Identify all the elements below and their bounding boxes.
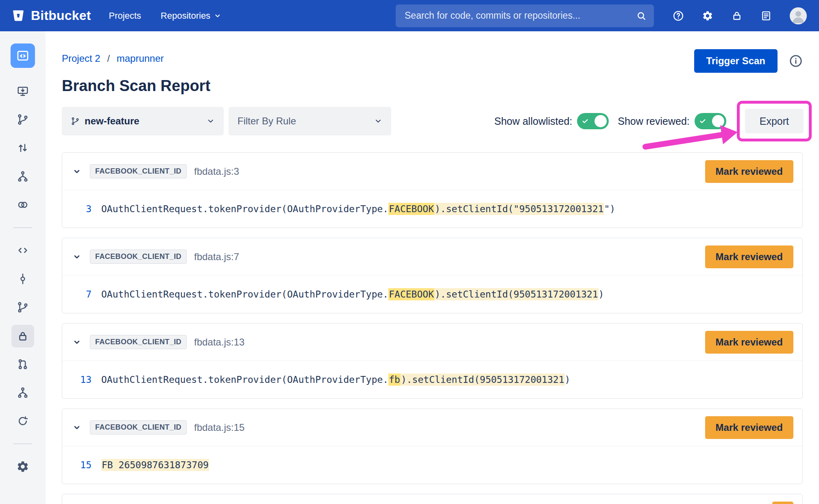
bitbucket-logo[interactable]: Bitbucket — [11, 8, 91, 24]
mark-reviewed-button[interactable]: Mark reviewed — [705, 416, 793, 439]
main-content: Project 2 / maprunner Trigger Scan Branc… — [46, 31, 819, 504]
code-line: FB 2650987631873709 — [101, 460, 209, 470]
mark-reviewed-button[interactable]: Mark reviewed — [705, 331, 793, 354]
fork-icon — [17, 170, 29, 182]
mark-reviewed-button[interactable]: Mark reviewed — [705, 160, 793, 183]
branch-icon — [17, 113, 29, 126]
source-code-icon — [17, 244, 29, 256]
search-input[interactable] — [405, 10, 636, 21]
sidebar-item-syncs[interactable] — [12, 410, 34, 432]
finding-header: FACEBOOK_CLIENT_ID fbdata.js:15 Mark rev… — [62, 409, 802, 446]
avatar-person-icon — [790, 7, 807, 24]
lock-icon[interactable] — [731, 10, 743, 22]
collapse-chevron-icon[interactable] — [73, 338, 87, 346]
branch-icon — [71, 117, 80, 126]
sidebar-item-branch-list[interactable] — [12, 296, 34, 318]
sidebar-item-pipelines[interactable] — [12, 194, 34, 216]
commit-icon — [17, 273, 29, 285]
show-reviewed-toggle[interactable] — [695, 113, 726, 129]
mark-reviewed-button[interactable] — [772, 502, 793, 504]
rule-badge: FACEBOOK_CLIENT_ID — [90, 250, 187, 264]
show-reviewed-label: Show reviewed: — [618, 115, 689, 127]
repository-icon — [16, 49, 30, 63]
pull-request-icon — [17, 358, 29, 370]
breadcrumb-separator: / — [103, 53, 114, 64]
branch-selector-dropdown[interactable]: new-feature — [62, 107, 224, 135]
chevron-down-icon — [374, 117, 382, 125]
filter-row: new-feature Filter By Rule Show allowlis… — [62, 107, 803, 135]
finding-card: FACEBOOK_CLIENT_ID fbdata.js:13 Mark rev… — [62, 323, 803, 399]
nav-repositories[interactable]: Repositories — [161, 11, 221, 21]
branch-icon — [17, 301, 29, 313]
collapse-chevron-icon[interactable] — [73, 424, 87, 432]
changelog-icon[interactable] — [760, 10, 772, 22]
export-highlight-annotation: Export — [737, 101, 812, 141]
check-icon — [699, 117, 706, 125]
sidebar-item-source[interactable] — [12, 239, 34, 261]
mark-reviewed-button[interactable]: Mark reviewed — [705, 245, 793, 268]
finding-location: fbdata.js:3 — [194, 166, 239, 177]
breadcrumb-project-link[interactable]: Project 2 — [62, 53, 100, 64]
sidebar-item-commits[interactable] — [12, 268, 34, 290]
findings-list: FACEBOOK_CLIENT_ID fbdata.js:3 Mark revi… — [62, 152, 803, 504]
sidebar-item-settings[interactable] — [12, 456, 34, 478]
sidebar-item-repository[interactable] — [11, 43, 35, 68]
top-nav-bar: Bitbucket Projects Repositories — [0, 0, 819, 31]
nav-projects-label: Projects — [109, 11, 141, 21]
code-line: OAuthClientRequest.tokenProvider(OAuthPr… — [101, 204, 615, 214]
rule-badge: FACEBOOK_CLIENT_ID — [90, 164, 187, 178]
collapse-chevron-icon[interactable] — [73, 253, 87, 261]
finding-card: FACEBOOK_CLIENT_ID fbdata.js:15 Mark rev… — [62, 408, 803, 484]
sidebar-item-clone[interactable] — [12, 80, 34, 102]
finding-code-row: 13 OAuthClientRequest.tokenProvider(OAut… — [62, 361, 802, 398]
toggle-group: Show allowlisted: Show reviewed: — [494, 113, 726, 129]
rule-filter-value: Filter By Rule — [237, 115, 296, 127]
finding-location: fbdata.js:7 — [194, 251, 239, 263]
finding-header: FACEBOOK_CLIENT_ID fbdata.js:7 Mark revi… — [62, 238, 802, 276]
info-icon[interactable] — [789, 54, 803, 68]
finding-location: fbdata.js:13 — [194, 337, 244, 348]
help-icon[interactable] — [673, 10, 684, 22]
lock-icon — [17, 330, 29, 342]
export-button[interactable]: Export — [745, 109, 804, 133]
fork-icon — [17, 387, 29, 399]
finding-header — [62, 494, 802, 504]
sidebar-item-forks[interactable] — [12, 165, 34, 187]
check-icon — [582, 117, 589, 125]
chevron-down-icon — [214, 12, 221, 20]
page-title: Branch Scan Report — [62, 77, 803, 95]
collapse-chevron-icon[interactable] — [73, 167, 87, 176]
nav-projects[interactable]: Projects — [109, 11, 141, 21]
finding-code-row: 7 OAuthClientRequest.tokenProvider(OAuth… — [62, 276, 802, 313]
finding-header: FACEBOOK_CLIENT_ID fbdata.js:3 Mark revi… — [62, 153, 802, 190]
sidebar-item-secret-scan-active[interactable] — [11, 325, 34, 348]
finding-card: FACEBOOK_CLIENT_ID fbdata.js:3 Mark revi… — [62, 152, 803, 228]
sidebar-item-pull-requests[interactable] — [12, 137, 34, 159]
finding-code-row: 3 OAuthClientRequest.tokenProvider(OAuth… — [62, 190, 802, 228]
show-allowlisted-toggle[interactable] — [577, 113, 609, 129]
top-nav: Projects Repositories — [109, 11, 222, 21]
rule-filter-dropdown[interactable]: Filter By Rule — [229, 107, 391, 135]
breadcrumb-repo-link[interactable]: maprunner — [117, 53, 164, 64]
settings-gear-icon — [16, 460, 29, 473]
line-number: 15 — [73, 460, 91, 470]
pull-request-arrows-icon — [17, 142, 29, 154]
sidebar-item-forks-2[interactable] — [12, 382, 34, 404]
settings-gear-icon[interactable] — [702, 10, 713, 22]
chevron-down-icon — [207, 117, 215, 125]
rule-badge: FACEBOOK_CLIENT_ID — [90, 335, 187, 349]
line-number: 7 — [73, 289, 91, 300]
branch-selector-value: new-feature — [85, 115, 139, 127]
sidebar-item-branches[interactable] — [12, 109, 34, 130]
clone-icon — [17, 85, 29, 97]
toggle-knob — [712, 115, 724, 127]
sync-refresh-icon — [17, 415, 29, 427]
line-number: 3 — [73, 204, 91, 214]
global-search[interactable] — [396, 4, 654, 27]
finding-location: fbdata.js:15 — [194, 422, 244, 433]
sidebar-item-pull-requests-2[interactable] — [12, 353, 34, 375]
rule-badge: FACEBOOK_CLIENT_ID — [90, 420, 187, 434]
avatar[interactable] — [790, 7, 807, 24]
trigger-scan-button[interactable]: Trigger Scan — [694, 49, 778, 73]
nav-repositories-label: Repositories — [161, 11, 210, 21]
